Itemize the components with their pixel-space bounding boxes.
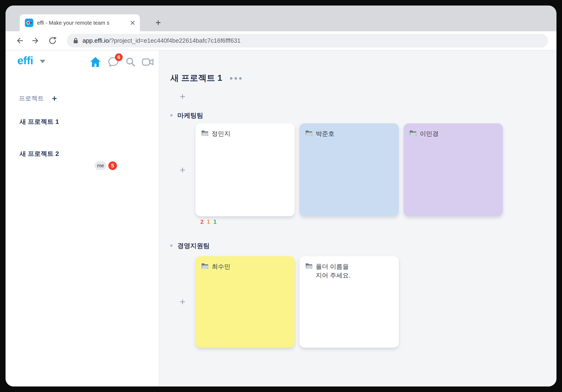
projects-header: 프로젝트 + (19, 94, 57, 103)
url-path: /?project_id=e1ec440f4be22614bafc7c16f6f… (109, 37, 241, 44)
tab-strip: effi - Make your remote team s + (6, 6, 556, 31)
home-icon[interactable] (90, 56, 101, 68)
favicon (25, 19, 33, 27)
folder-icon (201, 130, 209, 137)
folder-name-placeholder: 폴더 이름을 지어 주세요. (316, 262, 351, 280)
chat-notification-badge: 6 (115, 53, 123, 61)
folder-icon (409, 130, 417, 137)
folder-icon (305, 130, 313, 137)
folder-card[interactable]: 박준호 (300, 123, 399, 216)
sidebar-item-project-1[interactable]: 새 프로젝트 1 (20, 117, 59, 126)
tab-title: effi - Make your remote team s (37, 20, 126, 26)
folder-name: 이민경 (420, 129, 439, 138)
add-card-button-marketing[interactable]: + (177, 164, 188, 175)
section-bullet-icon (170, 114, 173, 116)
url-domain: app.effi.io (82, 37, 109, 44)
tab-close-icon[interactable] (130, 20, 135, 26)
new-tab-button[interactable]: + (153, 18, 163, 28)
count-orange: 1 (207, 219, 210, 225)
chat-icon[interactable]: 6 (107, 56, 119, 68)
page-title: 새 프로젝트 1 (170, 74, 222, 82)
section-header-marketing: 마케팅팀 (170, 111, 203, 120)
sidebar-item-project-2[interactable]: 새 프로젝트 2 (20, 149, 59, 158)
browser-window: effi - Make your remote team s + (6, 6, 556, 386)
folder-card[interactable]: 정민지 (195, 123, 295, 216)
browser-tab[interactable]: effi - Make your remote team s (20, 14, 140, 31)
add-project-button[interactable]: + (52, 94, 57, 103)
sidebar-icon-row: 6 (90, 56, 154, 68)
url-bar[interactable]: app.effi.io/?project_id=e1ec440f4be22614… (67, 34, 548, 47)
board-title-row: 새 프로젝트 1 (170, 74, 242, 82)
folder-card[interactable]: 이민경 (404, 123, 503, 216)
reload-icon[interactable] (48, 36, 57, 45)
task-status-counts: 2 1 1 (200, 219, 217, 225)
url-text: app.effi.io/?project_id=e1ec440f4be22614… (82, 37, 241, 44)
lock-icon (73, 38, 79, 44)
chevron-down-icon[interactable] (40, 60, 45, 63)
projects-label: 프로젝트 (19, 94, 44, 103)
sidebar: effi 6 (6, 50, 159, 386)
browser-toolbar: app.effi.io/?project_id=e1ec440f4be22614… (6, 31, 556, 50)
folder-card-placeholder[interactable]: 폴더 이름을 지어 주세요. (300, 256, 399, 348)
folder-name: 정민지 (212, 129, 230, 138)
forward-icon[interactable] (32, 36, 40, 45)
section-title: 경영지원팀 (177, 241, 210, 250)
project-board: 새 프로젝트 1 + 마케팅팀 + (159, 50, 556, 386)
me-badge-group: me 5 (95, 161, 117, 170)
app-logo[interactable]: effi (17, 55, 33, 67)
add-card-button-management[interactable]: + (177, 296, 188, 307)
me-badge: me (95, 161, 106, 170)
count-green: 1 (213, 219, 217, 225)
folder-icon (201, 263, 209, 270)
cards-row-marketing: 정민지 박준호 (195, 123, 503, 216)
logo-row: effi (17, 55, 45, 67)
search-icon[interactable] (125, 57, 136, 67)
app-content: effi 6 (6, 50, 556, 386)
cards-row-management: 최수민 폴더 이름을 지어 주세요. (195, 256, 399, 348)
unread-count-badge: 5 (108, 161, 117, 170)
folder-name: 최수민 (212, 262, 230, 271)
section-bullet-icon (170, 244, 173, 247)
count-red: 2 (200, 219, 204, 225)
video-call-icon[interactable] (142, 57, 154, 67)
folder-card[interactable]: 최수민 (195, 256, 295, 348)
back-icon[interactable] (15, 36, 23, 45)
add-section-button[interactable]: + (177, 91, 188, 102)
folder-name: 박준호 (316, 129, 335, 138)
section-header-management: 경영지원팀 (170, 241, 210, 250)
more-options-icon[interactable] (230, 77, 242, 80)
section-title: 마케팅팀 (177, 111, 203, 120)
folder-icon (305, 263, 313, 270)
